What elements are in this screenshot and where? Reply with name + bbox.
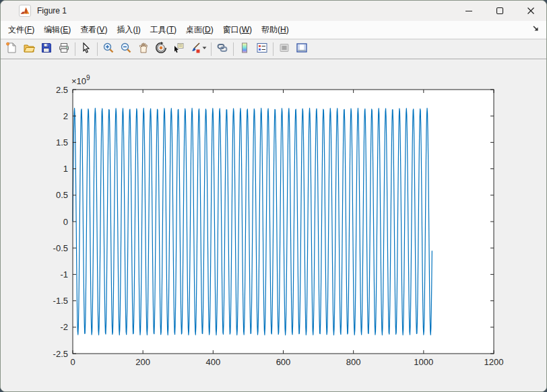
- y-tick-label: -2.5: [53, 349, 68, 359]
- matlab-logo-icon: [19, 5, 31, 17]
- x-tick-label: 1000: [414, 357, 433, 367]
- data-cursor-icon: [172, 42, 185, 57]
- link-plot-button[interactable]: [214, 41, 231, 57]
- zoom-out-button[interactable]: [117, 41, 135, 57]
- close-button[interactable]: [515, 1, 546, 21]
- zoom-in-icon: [102, 42, 115, 57]
- hide-plot-tools-button[interactable]: [276, 41, 293, 57]
- figure-toolbar: [1, 39, 546, 59]
- rotate-3d-icon: [155, 42, 167, 57]
- close-icon: [527, 7, 535, 15]
- new-figure-button[interactable]: [3, 41, 20, 57]
- floppy-save-icon: [40, 42, 53, 57]
- brush-data-button[interactable]: [187, 41, 209, 57]
- x-tick-label: 0: [70, 357, 75, 367]
- insert-colorbar-button[interactable]: [236, 41, 253, 57]
- maximize-icon: [496, 7, 504, 15]
- figure-canvas: 020040060080010001200-2.5-2-1.5-1-0.500.…: [1, 59, 546, 392]
- y-tick-label: -2: [60, 322, 68, 332]
- y-tick-label: 2: [63, 111, 68, 121]
- axes-plot[interactable]: 020040060080010001200-2.5-2-1.5-1-0.500.…: [1, 59, 547, 392]
- menu-insert[interactable]: 插入(I): [112, 22, 145, 38]
- new-document-icon: [5, 42, 18, 57]
- menu-desktop[interactable]: 桌面(D): [181, 22, 218, 38]
- insert-legend-button[interactable]: [253, 41, 271, 57]
- menu-view[interactable]: 查看(V): [75, 22, 112, 38]
- menu-file[interactable]: 文件(F): [3, 22, 39, 38]
- dock-figure-arrow-icon[interactable]: [532, 24, 541, 34]
- data-cursor-button[interactable]: [170, 41, 187, 57]
- show-plot-tools-icon: [296, 42, 308, 57]
- edit-plot-button[interactable]: [77, 41, 95, 57]
- rotate-3d-button[interactable]: [152, 41, 170, 57]
- open-folder-icon: [23, 42, 35, 57]
- pan-hand-icon: [137, 42, 150, 57]
- open-file-button[interactable]: [20, 41, 38, 57]
- y-tick-label: 1.5: [56, 137, 68, 148]
- printer-icon: [58, 42, 70, 57]
- chain-link-icon: [216, 42, 228, 57]
- minimize-icon: [465, 7, 473, 15]
- x-tick-label: 800: [346, 357, 361, 367]
- y-tick-label: 0.5: [56, 190, 68, 200]
- matlab-figure-window: Figure 1 文件(F)编辑(E)查看(V)插入(I)工具(T)桌面(D)窗…: [0, 0, 547, 392]
- y-tick-label: -1: [60, 269, 68, 280]
- toolbar-separator: [97, 42, 98, 56]
- minimize-button[interactable]: [453, 1, 484, 21]
- brush-icon: [190, 42, 202, 57]
- print-figure-button[interactable]: [55, 41, 73, 57]
- hide-plot-tools-icon: [278, 42, 290, 57]
- y-tick-label: 2.5: [56, 85, 68, 95]
- y-tick-label: -1.5: [53, 296, 68, 306]
- pan-button[interactable]: [135, 41, 152, 57]
- show-plot-tools-button[interactable]: [293, 41, 311, 57]
- menu-edit[interactable]: 编辑(E): [39, 22, 75, 38]
- window-title: Figure 1: [37, 6, 67, 15]
- y-tick-label: -0.5: [53, 243, 68, 253]
- toolbar-separator: [233, 42, 234, 56]
- x-tick-label: 600: [276, 357, 291, 367]
- menu-bar: 文件(F)编辑(E)查看(V)插入(I)工具(T)桌面(D)窗口(W)帮助(H): [1, 21, 546, 39]
- x-tick-label: 200: [135, 357, 150, 367]
- toolbar-separator: [75, 42, 75, 56]
- zoom-in-button[interactable]: [100, 41, 117, 57]
- pointer-arrow-icon: [80, 42, 92, 57]
- x-tick-label: 400: [205, 357, 220, 367]
- y-tick-label: 1: [63, 164, 68, 174]
- title-bar[interactable]: Figure 1: [1, 1, 546, 21]
- y-tick-label: 0: [63, 217, 68, 227]
- menu-window[interactable]: 窗口(W): [218, 22, 257, 38]
- save-figure-button[interactable]: [38, 41, 55, 57]
- menu-tools[interactable]: 工具(T): [146, 22, 181, 38]
- dropdown-caret-icon[interactable]: [202, 42, 207, 57]
- maximize-button[interactable]: [484, 1, 515, 21]
- legend-icon: [256, 42, 268, 57]
- desktop-backdrop: Figure 1 文件(F)编辑(E)查看(V)插入(I)工具(T)桌面(D)窗…: [0, 0, 547, 392]
- zoom-out-icon: [120, 42, 132, 57]
- menu-help[interactable]: 帮助(H): [257, 22, 294, 38]
- y-axis-exponent-label: ×109: [71, 74, 90, 86]
- x-tick-label: 1200: [484, 357, 504, 367]
- colorbar-icon: [238, 42, 251, 57]
- toolbar-separator: [273, 42, 274, 56]
- toolbar-separator: [211, 42, 212, 56]
